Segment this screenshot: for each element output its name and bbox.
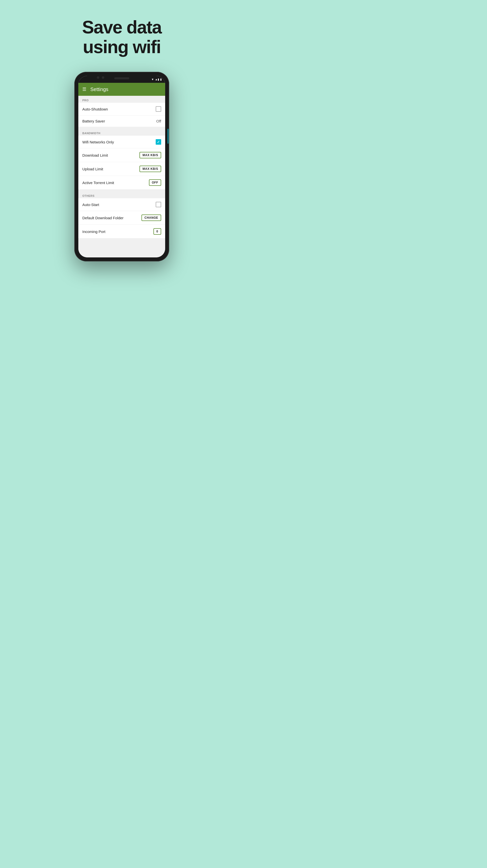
phone-mockup: ▼ ▲▮ ▮ ☰ Settings PRO Auto-Shutdown xyxy=(74,72,169,261)
item-label-torrent-limit: Active Torrent Limit xyxy=(82,181,114,185)
item-label-autostart: Auto-Start xyxy=(82,203,99,207)
item-label-wifi-only: Wifi Networks Only xyxy=(82,140,114,144)
item-label-incoming-port: Incoming Port xyxy=(82,229,105,234)
settings-content[interactable]: PRO Auto-Shutdown Battery Saver Off BAND… xyxy=(78,96,165,257)
settings-section-pro: Auto-Shutdown Battery Saver Off xyxy=(78,103,165,127)
section-header-pro: PRO xyxy=(78,96,165,103)
item-label-upload-limit: Upload Limit xyxy=(82,167,103,171)
item-label-battery-saver: Battery Saver xyxy=(82,119,105,123)
item-value-battery-saver: Off xyxy=(156,119,161,123)
upload-limit-button[interactable]: MAX KB/S xyxy=(140,166,161,172)
status-bar: ▼ ▲▮ ▮ xyxy=(78,76,165,83)
toolbar-title: Settings xyxy=(90,87,108,92)
list-item[interactable]: Wifi Networks Only xyxy=(78,136,165,148)
item-label-download-folder: Default Download Folder xyxy=(82,216,123,220)
wifi-icon: ▼ xyxy=(151,78,154,81)
phone-screen: ▼ ▲▮ ▮ ☰ Settings PRO Auto-Shutdown xyxy=(78,76,165,257)
app-toolbar: ☰ Settings xyxy=(78,83,165,96)
list-item[interactable]: Incoming Port 0 xyxy=(78,225,165,238)
download-limit-button[interactable]: MAX KB/S xyxy=(140,152,161,158)
list-item[interactable]: Auto-Shutdown xyxy=(78,103,165,116)
list-item[interactable]: Download Limit MAX KB/S xyxy=(78,148,165,162)
settings-section-others: Auto-Start Default Download Folder CHANG… xyxy=(78,198,165,238)
list-item[interactable]: Upload Limit MAX KB/S xyxy=(78,162,165,176)
battery-icon: ▮ xyxy=(160,78,162,81)
section-header-bandwidth: BANDWIDTH xyxy=(78,129,165,136)
list-item[interactable]: Battery Saver Off xyxy=(78,116,165,127)
list-item[interactable]: Auto-Start xyxy=(78,198,165,211)
torrent-limit-button[interactable]: OFF xyxy=(149,179,161,186)
item-label-autoshutdown: Auto-Shutdown xyxy=(82,107,108,111)
list-item[interactable]: Default Download Folder CHANGE xyxy=(78,211,165,225)
status-icons: ▼ ▲▮ ▮ xyxy=(151,78,162,81)
list-item[interactable]: Active Torrent Limit OFF xyxy=(78,176,165,189)
item-label-download-limit: Download Limit xyxy=(82,153,108,157)
hero-section: Save data using wifi xyxy=(82,0,161,57)
checkbox-wifi-only[interactable] xyxy=(156,139,161,145)
section-header-others: OTHERS xyxy=(78,191,165,198)
download-folder-button[interactable]: CHANGE xyxy=(142,215,161,221)
settings-section-bandwidth: Wifi Networks Only Download Limit MAX KB… xyxy=(78,136,165,189)
checkbox-autoshutdown[interactable] xyxy=(156,106,161,112)
phone-frame: ▼ ▲▮ ▮ ☰ Settings PRO Auto-Shutdown xyxy=(74,72,169,261)
hero-text: Save data using wifi xyxy=(82,18,161,57)
incoming-port-button[interactable]: 0 xyxy=(153,228,161,235)
camera-dot-2 xyxy=(102,76,104,79)
signal-icon: ▲▮ xyxy=(155,78,159,81)
phone-speaker xyxy=(114,77,129,79)
front-camera xyxy=(97,76,104,79)
hamburger-menu-icon[interactable]: ☰ xyxy=(82,87,86,92)
checkbox-autostart[interactable] xyxy=(156,202,161,207)
camera-dot-1 xyxy=(97,76,99,79)
